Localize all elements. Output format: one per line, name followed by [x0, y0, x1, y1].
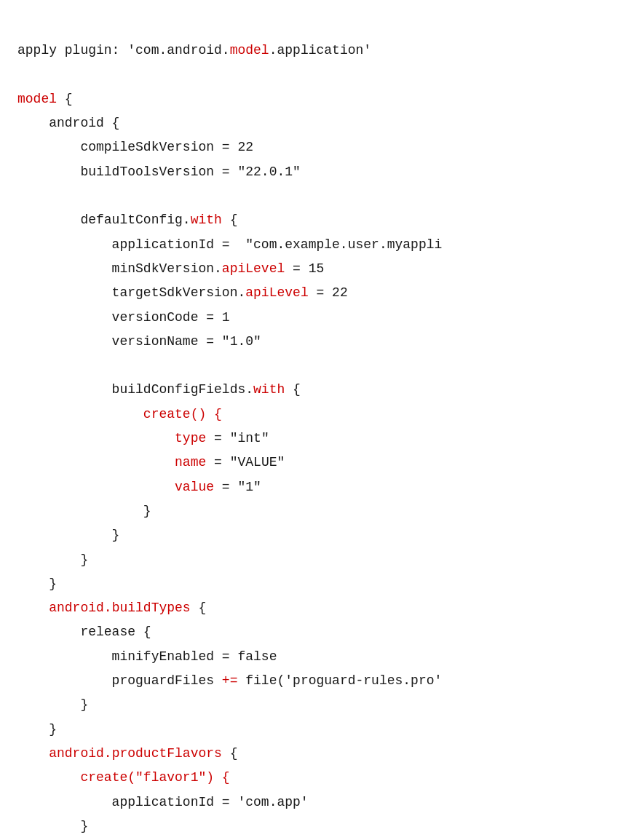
code-segment: file('proguard-rules.pro' — [237, 673, 442, 688]
code-line: minifyEnabled = false — [17, 645, 609, 669]
code-segment — [17, 480, 175, 494]
code-segment: } — [17, 552, 88, 567]
code-line: release { — [17, 620, 609, 644]
code-line — [17, 63, 609, 87]
code-segment: name — [175, 455, 206, 469]
code-line — [17, 354, 609, 378]
code-segment: } — [17, 504, 151, 518]
code-segment: versionCode = 1 — [17, 310, 230, 325]
code-line: } — [17, 815, 609, 839]
code-segment: defaultConfig. — [17, 213, 191, 227]
code-line: } — [17, 499, 609, 523]
code-line: apply plugin: 'com.android.model.applica… — [17, 39, 609, 63]
code-line: } — [17, 718, 609, 742]
code-segment — [17, 431, 175, 445]
code-segment: com.android. — [135, 43, 230, 58]
code-segment: } — [17, 819, 88, 833]
code-segment: } — [17, 722, 57, 737]
code-line — [17, 184, 609, 208]
code-segment — [17, 601, 49, 615]
code-segment: apiLevel — [245, 285, 308, 300]
code-line: applicationId = "com.example.user.myappl… — [17, 233, 609, 257]
code-segment: { — [222, 213, 238, 227]
code-segment: model — [230, 43, 269, 58]
code-line: android.productFlavors { — [17, 742, 609, 766]
code-segment: compileSdkVersion = 22 — [17, 140, 253, 154]
code-segment: { — [222, 746, 238, 761]
code-line: buildToolsVersion = "22.0.1" — [17, 160, 609, 184]
code-segment: value — [175, 480, 214, 494]
code-segment: buildToolsVersion = "22.0.1" — [17, 165, 301, 179]
code-line: model { — [17, 87, 609, 111]
code-line: } — [17, 548, 609, 572]
code-segment: create("flavor1") { — [80, 770, 229, 785]
code-line: compileSdkVersion = 22 — [17, 135, 609, 159]
code-segment — [17, 770, 80, 785]
code-line: applicationId = 'com.app' — [17, 791, 609, 815]
code-line: name = "VALUE" — [17, 451, 609, 475]
code-line: android { — [17, 111, 609, 135]
code-segment: create() { — [143, 407, 222, 421]
code-line: value = "1" — [17, 475, 609, 499]
code-editor: apply plugin: 'com.android.model.applica… — [17, 15, 609, 840]
code-line: versionCode = 1 — [17, 306, 609, 330]
code-segment: model — [17, 92, 57, 106]
code-line: create() { — [17, 403, 609, 427]
code-segment: { — [191, 601, 207, 615]
code-segment: android.productFlavors — [49, 746, 222, 761]
code-segment: android { — [17, 116, 119, 130]
code-segment — [17, 455, 175, 469]
code-segment — [17, 746, 49, 761]
code-segment: with — [191, 213, 222, 227]
code-segment: = "VALUE" — [206, 455, 285, 469]
code-segment: release { — [17, 625, 151, 639]
code-segment: apply plugin: ' — [17, 43, 135, 58]
code-segment: } — [17, 528, 119, 542]
code-line: } — [17, 572, 609, 596]
code-segment: } — [17, 576, 57, 591]
code-segment: versionName = "1.0" — [17, 334, 261, 349]
code-segment: .application' — [269, 43, 371, 58]
code-segment: = "int" — [206, 431, 269, 445]
code-segment: proguardFiles — [17, 673, 222, 688]
code-segment: minSdkVersion. — [17, 261, 222, 276]
code-segment: apiLevel — [222, 261, 285, 276]
code-segment: targetSdkVersion. — [17, 285, 245, 300]
code-line: defaultConfig.with { — [17, 208, 609, 232]
code-line: minSdkVersion.apiLevel = 15 — [17, 257, 609, 281]
code-segment: buildConfigFields. — [17, 382, 253, 397]
code-segment: applicationId = "com.example.user.myappl… — [17, 237, 442, 252]
code-segment: android.buildTypes — [49, 601, 190, 615]
code-segment: = 22 — [309, 285, 348, 300]
code-segment: += — [222, 673, 238, 688]
code-line: targetSdkVersion.apiLevel = 22 — [17, 281, 609, 305]
code-segment: minifyEnabled = false — [17, 649, 277, 664]
code-line: } — [17, 693, 609, 717]
code-line: create("flavor1") { — [17, 766, 609, 790]
code-segment — [17, 407, 143, 421]
code-segment: type — [175, 431, 206, 445]
code-segment: applicationId = 'com.app' — [17, 795, 309, 809]
code-segment: = 15 — [285, 261, 324, 276]
code-line: proguardFiles += file('proguard-rules.pr… — [17, 669, 609, 693]
code-line: versionName = "1.0" — [17, 330, 609, 354]
code-segment: { — [57, 92, 73, 106]
code-segment: = "1" — [214, 480, 261, 494]
code-line: buildConfigFields.with { — [17, 378, 609, 402]
code-segment: } — [17, 697, 88, 712]
code-line: android.buildTypes { — [17, 596, 609, 620]
code-segment: with — [253, 382, 285, 397]
code-line: type = "int" — [17, 427, 609, 451]
code-line: } — [17, 523, 609, 547]
code-segment: { — [285, 382, 301, 397]
